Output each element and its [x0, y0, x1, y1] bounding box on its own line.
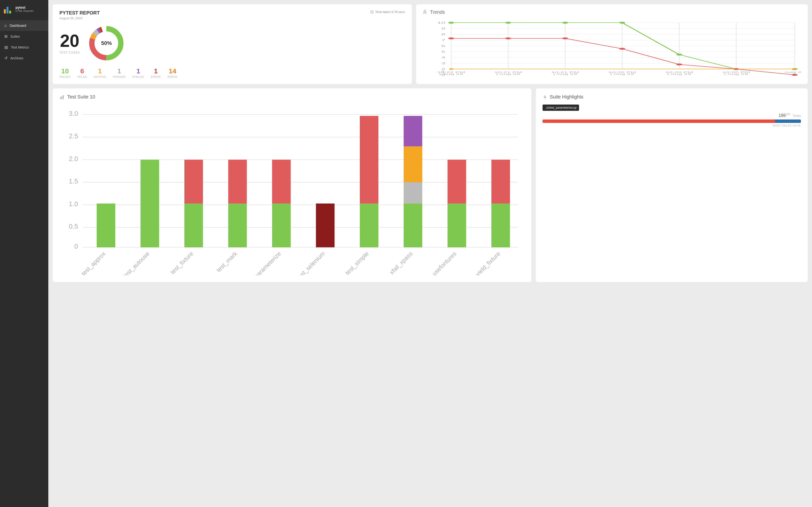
svg-point-39 [562, 22, 568, 24]
svg-point-47 [619, 48, 625, 50]
rocket-icon [422, 9, 428, 15]
sidebar-logo: pytest HTML Reporter [0, 0, 48, 18]
suite-title: Test Suite 10 [67, 94, 95, 100]
stat-label-error: ERROR [151, 75, 161, 78]
nav-label-dashboard: Dashboard [10, 24, 27, 27]
svg-rect-101 [491, 160, 510, 203]
svg-rect-88 [228, 160, 247, 203]
highlight-count-total: 205 [786, 113, 790, 116]
archives-icon: ↺ [4, 56, 7, 60]
report-body: 20 TEST CASES [59, 24, 405, 62]
nav-item-archives[interactable]: ↺ Archives [0, 53, 48, 63]
logo-bar-2 [6, 7, 8, 13]
svg-text:1.0: 1.0 [69, 200, 78, 208]
donut-chart: 50% [87, 24, 126, 62]
stat-skipped: 1 SKIPPED [94, 67, 106, 78]
report-date: August 29, 2020 [59, 16, 100, 20]
stat-num-skipped: 1 [94, 67, 106, 75]
svg-point-38 [505, 22, 511, 24]
svg-text:test_autouse: test_autouse [122, 250, 151, 275]
stat-num-passed: 10 [59, 67, 70, 75]
stat-xfailed: 1 XFAILED [133, 67, 144, 78]
svg-text:10: 10 [437, 21, 445, 24]
top-row: PYTEST REPORT August 29, 2020 Time taken… [53, 4, 808, 84]
stat-label-xfailed: XFAILED [133, 75, 144, 78]
svg-rect-97 [404, 116, 422, 146]
svg-text:| Aug 29: | Aug 29 [553, 73, 577, 75]
progress-bar [543, 119, 801, 123]
svg-marker-112 [544, 95, 546, 99]
svg-text:| Aug 29: | Aug 29 [439, 73, 463, 75]
highlight-count: 186205 Times [543, 113, 801, 118]
svg-rect-86 [185, 160, 203, 203]
nav-item-dashboard[interactable]: ⌂ Dashboard [0, 20, 48, 31]
svg-text:| Aug 29: | Aug 29 [496, 73, 520, 75]
svg-rect-95 [404, 182, 422, 204]
test-count-label: TEST CASES [59, 51, 80, 54]
svg-text:test_parameterize: test_parameterize [244, 250, 282, 275]
svg-text:2.5: 2.5 [69, 132, 78, 140]
trends-header: Trends [422, 9, 802, 15]
home-icon: ⌂ [4, 23, 7, 28]
svg-text:| Aug 29: | Aug 29 [667, 73, 691, 75]
svg-rect-99 [448, 160, 466, 203]
stat-rerun: 14 RERUN [167, 67, 177, 78]
stat-num-xpassed: 1 [113, 67, 126, 75]
suite-header: Test Suite 10 [59, 94, 525, 100]
svg-text:test_mark: test_mark [215, 250, 239, 273]
svg-text:8: 8 [441, 33, 445, 36]
svg-text:4: 4 [441, 56, 445, 59]
svg-point-51 [449, 68, 453, 70]
stat-xpassed: 1 XPASSED [113, 67, 126, 78]
trend-chart: 10 9 8 7 6 5 4 3 2 1 0 [422, 18, 802, 76]
svg-text:test_usefontures: test_usefontures [422, 250, 457, 275]
svg-text:2: 2 [441, 68, 445, 70]
nav-label-test-metrics: Test Metrics [11, 45, 29, 49]
svg-text:| Aug 29: | Aug 29 [724, 73, 748, 75]
test-count-block: 20 TEST CASES [59, 32, 80, 54]
svg-text:0.5: 0.5 [69, 223, 78, 230]
stat-label-skipped: SKIPPED [94, 75, 106, 78]
stat-failed: 6 FAILED [77, 67, 87, 78]
suites-icon: ⊞ [4, 34, 7, 39]
svg-text:0: 0 [74, 243, 78, 250]
svg-text:test_yield_fixture: test_yield_fixture [465, 250, 501, 275]
logo-name2: HTML Reporter [15, 9, 34, 12]
svg-text:test_selenium: test_selenium [295, 250, 326, 275]
svg-rect-87 [228, 204, 247, 247]
svg-rect-90 [272, 160, 291, 203]
nav-item-test-metrics[interactable]: ▤ Test Metrics [0, 42, 48, 53]
stat-num-rerun: 14 [167, 67, 177, 75]
sidebar-nav: ⌂ Dashboard ⊞ Suites ▤ Test Metrics ↺ Ar… [0, 20, 48, 63]
svg-text:1.5: 1.5 [69, 177, 78, 185]
nav-item-suites[interactable]: ⊞ Suites [0, 31, 48, 42]
svg-text:3.0: 3.0 [69, 110, 78, 117]
svg-point-50 [792, 74, 798, 76]
report-title: PYTEST REPORT [59, 10, 100, 16]
nav-label-archives: Archives [10, 56, 23, 60]
svg-point-9 [424, 11, 425, 12]
svg-text:9: 9 [441, 27, 445, 30]
stat-num-xfailed: 1 [133, 67, 144, 75]
bar-chart: 3.0 2.5 2.0 1.5 1.0 0.5 0 [59, 103, 525, 275]
svg-rect-96 [404, 146, 422, 182]
highlight-count-num: 186 [779, 113, 786, 118]
stat-num-error: 1 [151, 67, 161, 75]
logo-icon [4, 4, 13, 13]
svg-rect-98 [448, 204, 466, 247]
svg-text:test_skip_xfail_xpass: test_skip_xfail_xpass [369, 250, 414, 275]
logo-name1: pytest [15, 6, 34, 9]
svg-point-45 [505, 38, 511, 39]
svg-text:5: 5 [441, 50, 445, 53]
progress-fill [775, 119, 801, 123]
lightning-icon [543, 95, 547, 100]
sidebar: pytest HTML Reporter ⌂ Dashboard ⊞ Suite… [0, 0, 48, 507]
main-content: PYTEST REPORT August 29, 2020 Time taken… [48, 0, 812, 507]
nav-label-suites: Suites [10, 35, 20, 38]
stat-error: 1 ERROR [151, 67, 161, 78]
stat-label-xpassed: XPASSED [113, 75, 126, 78]
highlights-title: Suite Highlights [550, 94, 583, 100]
svg-text:Aug 29: Aug 29 [784, 71, 802, 73]
stat-label-passed: PASSED [59, 75, 70, 78]
svg-point-41 [676, 54, 682, 56]
